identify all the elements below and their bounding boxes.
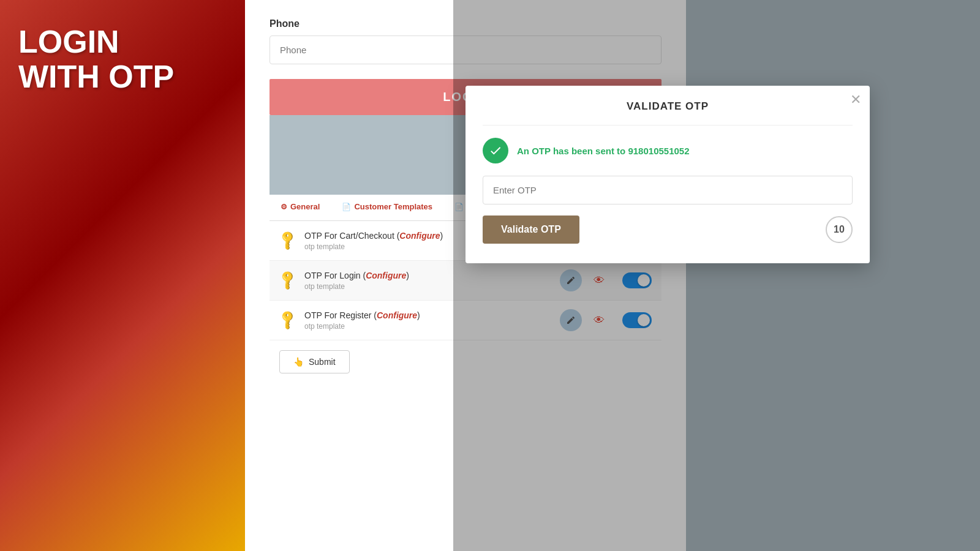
hand-icon: 👆	[293, 357, 304, 367]
modal-divider	[483, 125, 853, 126]
checkmark-icon	[489, 144, 502, 157]
countdown-timer: 10	[826, 216, 853, 243]
gear-icon: ⚙	[281, 203, 287, 211]
submit-button[interactable]: 👆 Submit	[279, 350, 350, 373]
modal-close-button[interactable]: ✕	[850, 93, 861, 107]
validate-row: Validate OTP 10	[483, 216, 853, 244]
app-title: LOGIN WITH OTP	[18, 24, 174, 94]
modal-overlay: VALIDATE OTP ✕ An OTP has been sent to 9…	[453, 0, 980, 551]
key-icon-login: 🔑	[276, 269, 299, 291]
validate-otp-button[interactable]: Validate OTP	[483, 216, 579, 244]
tab-customer-templates[interactable]: 📄 Customer Templates	[331, 195, 443, 220]
otp-success-message: An OTP has been sent to 918010551052	[483, 138, 853, 163]
key-icon-register: 🔑	[276, 309, 299, 331]
configure-link-register[interactable]: Configure	[377, 310, 417, 320]
configure-link-cart[interactable]: Configure	[399, 231, 440, 241]
left-panel: LOGIN WITH OTP	[0, 0, 245, 551]
success-icon	[483, 138, 508, 163]
tab-general[interactable]: ⚙ General	[270, 195, 331, 220]
configure-link-login[interactable]: Configure	[366, 271, 406, 280]
modal-title: VALIDATE OTP	[483, 100, 853, 113]
otp-input[interactable]	[483, 176, 853, 204]
validate-otp-modal: VALIDATE OTP ✕ An OTP has been sent to 9…	[466, 86, 870, 263]
success-text: An OTP has been sent to 918010551052	[517, 146, 690, 156]
file-icon: 📄	[342, 203, 351, 211]
key-icon-cart: 🔑	[276, 229, 299, 252]
right-area: Phone LOGIN ⚙ General 📄 Customer Templat…	[245, 0, 980, 551]
